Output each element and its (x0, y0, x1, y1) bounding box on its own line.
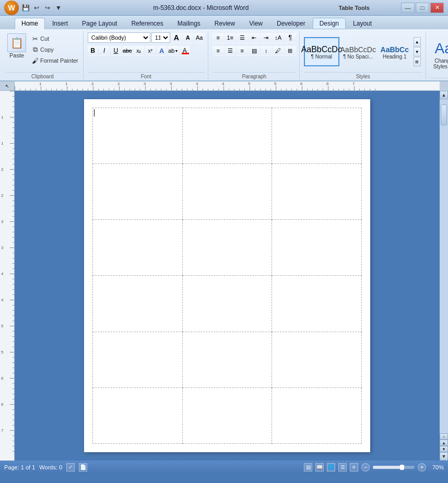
superscript-button[interactable]: x² (145, 45, 156, 56)
styles-scroll-down[interactable]: ▼ (414, 47, 421, 56)
tab-developer[interactable]: Developer (270, 18, 312, 29)
table-cell[interactable] (272, 108, 362, 164)
outline-icon[interactable]: ☰ (338, 463, 347, 472)
scroll-prev-page-button[interactable]: ▲ (440, 440, 448, 446)
text-effects-button[interactable]: A (157, 45, 167, 56)
track-changes-icon[interactable]: 📄 (79, 463, 87, 472)
document-area[interactable] (15, 91, 440, 461)
font-size-selector[interactable]: 11 (151, 32, 170, 43)
scroll-up-button[interactable]: ▲ (440, 91, 448, 99)
redo-qat-button[interactable]: ↪ (43, 3, 52, 13)
increase-indent-button[interactable]: ⇥ (261, 32, 272, 43)
table-cell[interactable] (182, 108, 272, 164)
highlight-button[interactable]: ab▼ (168, 45, 179, 56)
tab-insert[interactable]: Insert (45, 18, 75, 29)
shading-button[interactable]: 🖊 (273, 45, 284, 56)
undo-qat-button[interactable]: ↩ (32, 3, 41, 13)
change-styles-label: ChangeStyles ▼ (433, 58, 448, 69)
close-button[interactable]: ✕ (430, 3, 444, 13)
spell-check-icon[interactable]: ✓ (66, 463, 75, 472)
table-cell[interactable] (182, 332, 272, 387)
style-no-spacing[interactable]: AaBbCcDc ¶ No Spaci... (340, 37, 376, 66)
bold-button[interactable]: B (88, 45, 98, 56)
scissors-icon: ✂ (31, 34, 39, 43)
table-cell[interactable] (93, 332, 183, 387)
justify-button[interactable]: ▤ (249, 45, 260, 56)
tab-page-layout[interactable]: Page Layout (75, 18, 124, 29)
scroll-next-page-button[interactable]: ▼ (440, 446, 448, 452)
copy-button[interactable]: ⧉ Copy (29, 44, 80, 55)
document-table[interactable] (92, 108, 362, 444)
font-grow-button[interactable]: A (171, 32, 182, 43)
draft-icon[interactable]: ≡ (350, 463, 358, 472)
office-button[interactable]: W (4, 1, 19, 15)
table-cell[interactable] (182, 387, 272, 443)
document[interactable] (84, 99, 370, 452)
scroll-down-button[interactable]: ▼ (440, 452, 448, 461)
table-cell[interactable] (272, 332, 362, 387)
tab-review[interactable]: Review (208, 18, 242, 29)
change-styles-bottom-label (430, 78, 448, 79)
tab-layout[interactable]: Layout (346, 18, 379, 29)
zoom-in-button[interactable]: + (418, 463, 426, 472)
table-cell[interactable] (93, 276, 183, 332)
table-cell[interactable] (272, 276, 362, 332)
scroll-select-objects-button[interactable]: ○ (440, 433, 448, 440)
tab-mailings[interactable]: Mailings (171, 18, 207, 29)
table-cell[interactable] (272, 220, 362, 276)
styles-scroll-up[interactable]: ▲ (414, 37, 421, 46)
change-styles-button[interactable]: Aa ChangeStyles ▼ (430, 38, 448, 72)
table-cell[interactable] (182, 220, 272, 276)
italic-button[interactable]: I (99, 45, 110, 56)
show-hide-button[interactable]: ¶ (285, 32, 296, 43)
bullets-button[interactable]: ≡ (213, 32, 224, 43)
maximize-button[interactable]: □ (416, 3, 429, 13)
align-left-button[interactable]: ≡ (213, 45, 224, 56)
align-center-button[interactable]: ☰ (225, 45, 236, 56)
table-cell[interactable] (182, 276, 272, 332)
underline-button[interactable]: U (111, 45, 121, 56)
table-cell[interactable] (272, 164, 362, 220)
styles-more-button[interactable]: ⊞ (414, 57, 421, 66)
table-cell[interactable] (93, 387, 183, 443)
style-normal[interactable]: AaBbCcDc ¶ Normal (304, 37, 339, 66)
paste-button[interactable]: 📋 Paste (5, 32, 28, 60)
tab-home[interactable]: Home (15, 18, 45, 29)
decrease-indent-button[interactable]: ⇤ (249, 32, 260, 43)
print-layout-icon[interactable]: ▤ (304, 463, 312, 472)
multilevel-button[interactable]: ☰ (237, 32, 248, 43)
tab-design[interactable]: Design (313, 18, 346, 29)
zoom-out-button[interactable]: − (361, 463, 370, 472)
sort-button[interactable]: ↕A (273, 32, 284, 43)
font-color-button[interactable]: A (180, 45, 190, 56)
align-right-button[interactable]: ≡ (237, 45, 248, 56)
table-cell[interactable] (182, 164, 272, 220)
scroll-thumb[interactable] (441, 104, 447, 125)
table-cell[interactable] (272, 387, 362, 443)
qat-more-button[interactable]: ▼ (54, 3, 63, 13)
numbering-button[interactable]: 1≡ (225, 32, 236, 43)
change-case-button[interactable]: Aa (194, 32, 205, 43)
tab-references[interactable]: References (124, 18, 170, 29)
zoom-bar[interactable] (373, 466, 415, 469)
full-reading-icon[interactable]: 📖 (315, 463, 324, 472)
strikethrough-button[interactable]: abc (122, 45, 133, 56)
tab-view[interactable]: View (242, 18, 269, 29)
table-cell[interactable] (93, 220, 183, 276)
font-shrink-button[interactable]: A (183, 32, 193, 43)
vertical-scrollbar[interactable]: ▲ ○ ▲ ▼ ▼ (440, 91, 448, 461)
line-spacing-button[interactable]: ↕ (261, 45, 272, 56)
style-heading1[interactable]: AaBbCc Heading 1 (377, 37, 412, 66)
table-cell[interactable] (93, 108, 183, 164)
save-qat-button[interactable]: 💾 (21, 3, 30, 13)
borders-button[interactable]: ⊞ (285, 45, 296, 56)
subscript-button[interactable]: x₂ (134, 45, 144, 56)
minimize-button[interactable]: — (401, 3, 415, 13)
web-layout-icon[interactable]: 🌐 (327, 463, 335, 472)
cut-button[interactable]: ✂ Cut (29, 33, 80, 44)
zoom-thumb[interactable] (400, 465, 404, 470)
font-name-selector[interactable]: Calibri (Body) (88, 32, 150, 43)
format-painter-button[interactable]: 🖌 Format Painter (29, 55, 80, 66)
scroll-track[interactable] (440, 99, 447, 433)
table-cell[interactable] (93, 164, 183, 220)
